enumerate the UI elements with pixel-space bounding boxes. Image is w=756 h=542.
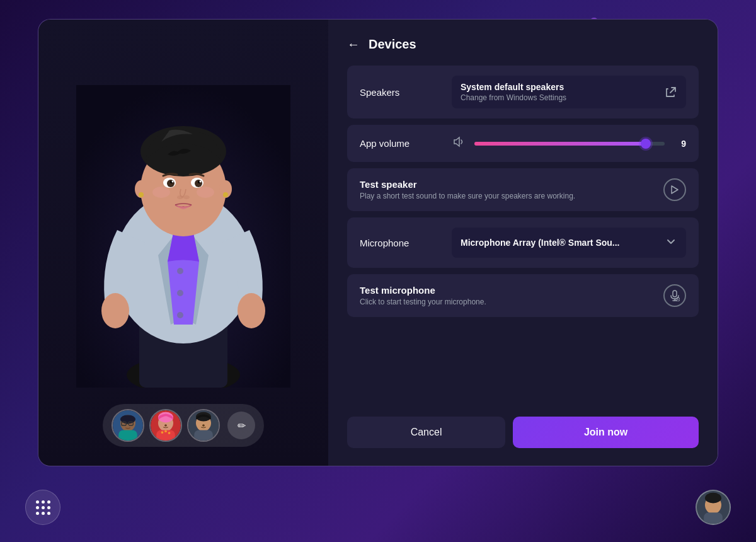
avatar-option-1[interactable]: [112, 409, 144, 442]
speakers-text: System default speakers Change from Wind…: [461, 82, 566, 102]
volume-controls: 9: [452, 135, 686, 152]
avatars-bar: ✏: [103, 404, 264, 447]
left-panel: ✏: [38, 20, 328, 466]
test-speaker-title: Test speaker: [360, 179, 575, 190]
main-avatar: [76, 85, 290, 388]
svg-point-14: [167, 180, 175, 187]
app-volume-label: App volume: [360, 138, 442, 149]
avatar-option-3[interactable]: [187, 409, 220, 442]
svg-rect-47: [194, 430, 213, 441]
user-avatar-bottom[interactable]: [696, 490, 731, 525]
bottom-bar: [0, 473, 756, 542]
bottom-buttons: Cancel Join now: [347, 417, 699, 448]
svg-point-41: [164, 430, 167, 432]
back-button[interactable]: ←: [347, 37, 360, 52]
main-card: ✏ ← Devices Speakers System default spea…: [38, 19, 718, 466]
svg-point-40: [161, 431, 164, 434]
microphone-dropdown-chevron: [665, 235, 677, 250]
apps-grid-button[interactable]: [25, 490, 60, 525]
external-link-icon: [665, 86, 677, 98]
grid-icon: [33, 498, 53, 517]
svg-point-35: [127, 425, 129, 427]
speakers-main-value: System default speakers: [461, 82, 566, 92]
edit-icon: ✏: [238, 420, 246, 432]
edit-avatar-button[interactable]: ✏: [227, 412, 255, 439]
test-microphone-sub: Click to start testing your microphone.: [360, 297, 486, 306]
back-icon: ←: [347, 37, 360, 52]
svg-point-22: [152, 187, 170, 198]
microphone-row: Microphone Microphone Array (Intel® Smar…: [347, 217, 699, 268]
svg-point-26: [139, 192, 144, 197]
svg-point-15: [195, 180, 202, 187]
svg-point-23: [197, 187, 214, 198]
svg-point-53: [677, 299, 679, 300]
svg-point-20: [177, 195, 183, 199]
speakers-value-box[interactable]: System default speakers Change from Wind…: [452, 76, 686, 108]
speakers-sub-value: Change from Windows Settings: [461, 93, 566, 102]
test-speaker-sub: Play a short test sound to make sure you…: [360, 192, 575, 200]
svg-rect-57: [704, 512, 723, 525]
panel-header: ← Devices: [347, 37, 699, 52]
test-microphone-text: Test microphone Click to start testing y…: [360, 285, 486, 306]
svg-rect-49: [673, 291, 677, 297]
cancel-button[interactable]: Cancel: [347, 417, 505, 448]
test-microphone-title: Test microphone: [360, 285, 486, 296]
test-speaker-text: Test speaker Play a short test sound to …: [360, 179, 575, 200]
panel-title: Devices: [369, 37, 416, 52]
svg-point-6: [177, 312, 183, 318]
test-microphone-row: Test microphone Click to start testing y…: [347, 274, 699, 317]
svg-rect-31: [118, 430, 137, 441]
svg-point-8: [238, 293, 265, 328]
slider-thumb: [641, 139, 651, 149]
speakers-row: Speakers System default speakers Change …: [347, 66, 699, 118]
slider-fill: [474, 142, 646, 146]
speakers-label: Speakers: [360, 87, 442, 98]
svg-point-56: [705, 493, 721, 504]
volume-slider[interactable]: [474, 142, 665, 146]
avatar-option-2[interactable]: [149, 409, 182, 442]
svg-point-18: [172, 181, 174, 183]
slider-track: [474, 142, 665, 146]
svg-point-43: [164, 424, 167, 427]
svg-point-5: [177, 290, 183, 296]
test-speaker-row: Test speaker Play a short test sound to …: [347, 168, 699, 211]
svg-point-27: [223, 192, 228, 197]
speakers-external-link-button[interactable]: [665, 86, 677, 98]
volume-number: 9: [673, 139, 686, 149]
microphone-label: Microphone: [360, 238, 442, 248]
svg-point-19: [200, 181, 202, 183]
right-panel: ← Devices Speakers System default speake…: [328, 20, 718, 466]
svg-point-42: [168, 432, 171, 434]
volume-speaker-icon: [452, 135, 466, 152]
test-microphone-button[interactable]: [663, 284, 686, 307]
microphone-icon: [670, 290, 680, 301]
app-volume-row: App volume 9: [347, 125, 699, 162]
join-now-button[interactable]: Join now: [513, 417, 699, 448]
microphone-dropdown[interactable]: Microphone Array (Intel® Smart Sou...: [452, 228, 686, 258]
play-icon: [670, 185, 679, 195]
svg-point-21: [183, 195, 190, 199]
microphone-dropdown-value: Microphone Array (Intel® Smart Sou...: [461, 238, 620, 248]
test-speaker-play-button[interactable]: [663, 178, 686, 201]
settings-content: Speakers System default speakers Change …: [347, 66, 699, 404]
svg-point-7: [101, 293, 129, 328]
svg-point-4: [177, 268, 183, 274]
svg-point-48: [202, 424, 205, 427]
